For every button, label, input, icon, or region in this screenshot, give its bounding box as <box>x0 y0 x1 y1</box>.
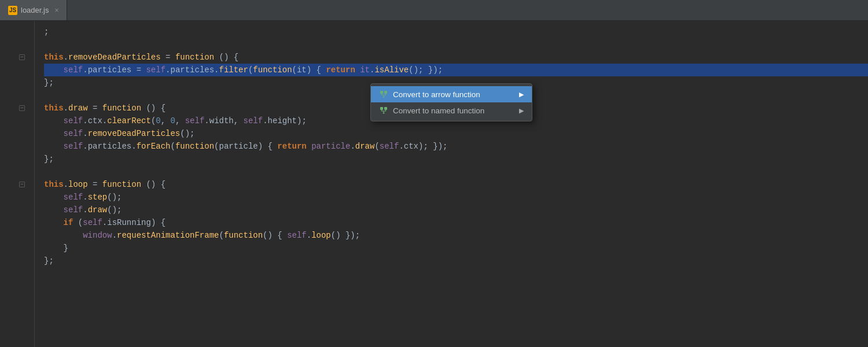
code-token: function <box>224 229 263 242</box>
code-token <box>44 64 64 76</box>
code-token: ( <box>214 140 219 153</box>
menu-item-convert-named[interactable]: Convert to named function ▶ <box>371 102 532 119</box>
code-token: if <box>64 216 73 229</box>
code-line: this.removeDeadParticles = function () { <box>44 51 868 64</box>
context-menu: Convert to arrow function ▶ <box>370 83 532 121</box>
code-token <box>44 115 64 127</box>
code-token: ( <box>248 64 253 76</box>
code-token: = <box>88 178 102 191</box>
code-token: . <box>83 140 87 153</box>
code-token: removeDeadParticles <box>88 127 181 140</box>
menu-submenu-arrow: ▶ <box>519 91 524 98</box>
menu-item-convert-arrow[interactable]: Convert to arrow function ▶ <box>371 86 532 102</box>
code-token: . <box>64 51 68 64</box>
code-token: . <box>102 115 107 127</box>
code-token: , <box>234 115 244 127</box>
code-token: , <box>175 115 185 127</box>
code-token: . <box>263 115 267 127</box>
code-token: self <box>64 115 83 127</box>
code-token: self <box>244 115 263 127</box>
code-line: self.removeDeadParticles(); <box>44 127 868 140</box>
code-token: self <box>287 229 307 242</box>
code-token: filter <box>219 64 248 76</box>
code-line: }; <box>44 153 868 165</box>
tab-close-button[interactable]: × <box>54 6 58 14</box>
code-token: this <box>44 102 64 115</box>
code-token: () { <box>141 178 165 191</box>
gutter-line <box>0 229 34 242</box>
code-token: . <box>64 102 68 115</box>
code-line: this.loop = function () { <box>44 178 868 191</box>
gutter-line <box>0 127 34 140</box>
code-token: self <box>64 127 83 140</box>
menu-submenu-arrow: ▶ <box>519 107 524 115</box>
code-token: . <box>131 140 136 153</box>
code-token: . <box>370 64 374 76</box>
code-token: () }); <box>331 229 360 242</box>
fold-icon[interactable]: − <box>19 54 25 60</box>
code-token: self <box>64 64 83 76</box>
code-token: particles <box>88 64 132 76</box>
code-token <box>307 140 311 153</box>
code-token: . <box>83 115 87 127</box>
code-token: . <box>214 64 219 76</box>
code-token: self <box>185 115 205 127</box>
code-token: requestAnimationFrame <box>117 229 219 242</box>
gutter-line <box>0 204 34 216</box>
code-token: . <box>102 216 107 229</box>
fold-icon[interactable]: − <box>19 105 25 111</box>
code-line: if (self.isRunning) { <box>44 216 868 229</box>
code-token: ( <box>219 229 223 242</box>
code-line: }; <box>44 254 868 267</box>
code-token: draw <box>355 140 375 153</box>
code-token: () { <box>214 51 238 64</box>
code-token: . <box>112 229 117 242</box>
gutter-line <box>0 242 34 254</box>
code-token: ( <box>292 64 297 76</box>
code-token: . <box>64 178 68 191</box>
code-token: function <box>102 102 141 115</box>
code-token: }; <box>44 153 54 165</box>
code-token: window <box>83 229 112 242</box>
code-token: draw <box>88 204 108 216</box>
tab-filename: loader.js <box>21 6 49 14</box>
code-line: } <box>44 242 868 254</box>
menu-item-label: Convert to named function <box>393 106 484 115</box>
code-token: function <box>253 64 292 76</box>
code-token: ctx <box>404 140 418 153</box>
gutter-line <box>0 254 34 267</box>
editor-gutter: − − − <box>0 21 35 347</box>
code-token: this <box>44 178 64 191</box>
gutter-line <box>0 165 34 178</box>
code-token: function <box>175 51 214 64</box>
code-token: ( <box>374 140 379 153</box>
code-token: return <box>277 140 306 153</box>
code-token: self <box>64 204 83 216</box>
code-line <box>44 38 868 51</box>
svg-rect-4 <box>380 107 383 110</box>
code-token: ) { <box>151 216 165 229</box>
code-editor[interactable]: ; this.removeDeadParticles = function ()… <box>35 21 868 347</box>
code-token: } <box>64 242 68 254</box>
code-token: loop <box>311 229 331 242</box>
gutter-line <box>0 140 34 153</box>
code-token: , <box>161 115 171 127</box>
fold-icon[interactable]: − <box>19 182 25 187</box>
svg-marker-7 <box>382 113 385 114</box>
code-token: forEach <box>137 140 171 153</box>
gutter-line-fold[interactable]: − <box>0 51 34 64</box>
code-token: . <box>204 115 209 127</box>
refactor-icon <box>379 90 388 99</box>
menu-item-left: Convert to named function <box>379 106 484 115</box>
gutter-line-fold[interactable]: − <box>0 178 34 191</box>
editor-area: − − − <box>0 21 868 347</box>
menu-item-left: Convert to arrow function <box>379 90 480 99</box>
code-token: removeDeadParticles <box>68 51 161 64</box>
code-token: ); }); <box>418 140 447 153</box>
code-token: height <box>268 115 297 127</box>
code-line: self.draw(); <box>44 204 868 216</box>
code-token: . <box>307 229 311 242</box>
code-token: (); <box>107 204 122 216</box>
file-tab[interactable]: JS loader.js × <box>0 0 67 20</box>
gutter-line-fold[interactable]: − <box>0 102 34 115</box>
